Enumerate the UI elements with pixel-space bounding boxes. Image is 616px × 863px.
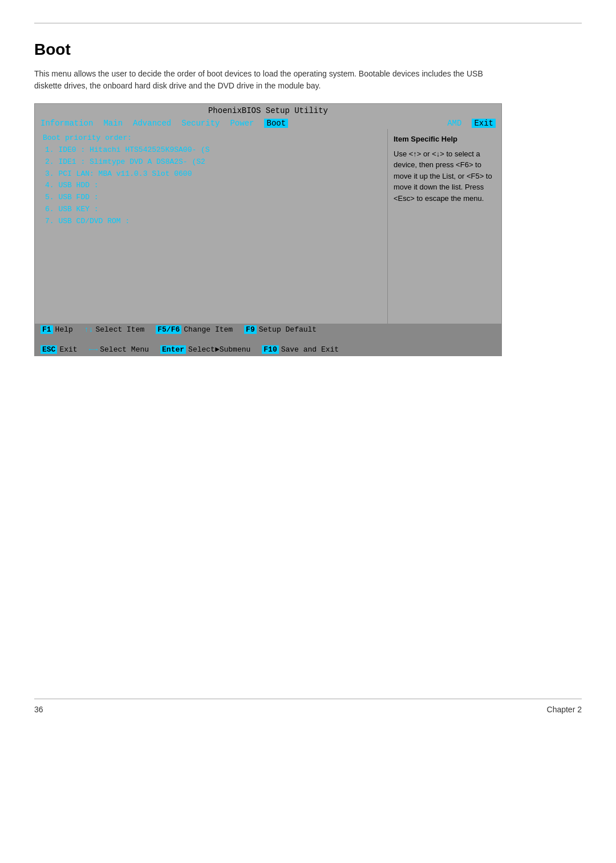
footer-esc: ESC Exit: [40, 345, 78, 354]
menu-boot[interactable]: Boot: [264, 119, 288, 128]
bios-help-panel: Item Specific Help Use <↑> or <↓> to sel…: [387, 129, 501, 324]
menu-security[interactable]: Security: [181, 119, 220, 128]
chapter-label: Chapter 2: [547, 705, 582, 714]
footer-select-item: ↑↓ Select Item: [84, 325, 144, 334]
footer-enter: Enter Select►Submenu: [160, 345, 250, 354]
bios-help-title: Item Specific Help: [394, 134, 496, 145]
menu-advanced[interactable]: Advanced: [133, 119, 171, 128]
bios-empty-space: [43, 228, 379, 319]
key-esc: ESC: [40, 345, 57, 354]
top-divider: [34, 23, 582, 23]
boot-item-5[interactable]: 5. USB FDD :: [43, 192, 379, 204]
bios-content: Boot priority order: 1. IDE0 : Hitachi H…: [35, 129, 501, 324]
key-f9: F9: [244, 325, 257, 334]
bios-help-content: Use <↑> or <↓> to select a device, then …: [394, 148, 496, 204]
bios-footer-row2: ESC Exit ←→ Select Menu Enter Select►Sub…: [40, 345, 496, 354]
bios-screen: PhoenixBIOS Setup Utility Information Ma…: [34, 103, 502, 356]
desc-save-exit: Save and Exit: [281, 345, 339, 354]
bios-main-panel: Boot priority order: 1. IDE0 : Hitachi H…: [35, 129, 387, 324]
key-arrows-ud: ↑↓: [84, 325, 94, 334]
menu-amd[interactable]: AMD: [447, 119, 461, 128]
bios-footer-row1: F1 Help ↑↓ Select Item F5/F6 Change Item…: [40, 325, 496, 334]
boot-item-2[interactable]: 2. IDE1 : Slimtype DVD A DS8A2S- (S2: [43, 156, 379, 168]
key-f1: F1: [40, 325, 53, 334]
desc-help: Help: [55, 325, 73, 334]
desc-exit: Exit: [59, 345, 77, 354]
key-f5f6: F5/F6: [156, 325, 181, 334]
boot-item-1[interactable]: 1. IDE0 : Hitachi HTS542525K9SA00- (S: [43, 144, 379, 156]
desc-change-item: Change Item: [184, 325, 233, 334]
bios-footer: F1 Help ↑↓ Select Item F5/F6 Change Item…: [35, 324, 501, 356]
key-arrows-lr: ←→: [89, 345, 98, 354]
footer-f5f6: F5/F6 Change Item: [156, 325, 233, 334]
page-description: This menu allows the user to decide the …: [34, 68, 502, 92]
menu-main[interactable]: Main: [103, 119, 123, 128]
desc-setup-default: Setup Default: [259, 325, 317, 334]
page-number: 36: [34, 705, 43, 714]
desc-select-item: Select Item: [95, 325, 144, 334]
bios-title: PhoenixBIOS Setup Utility: [208, 106, 328, 115]
desc-select-menu: Select Menu: [100, 345, 149, 354]
page-container: Boot This menu allows the user to decide…: [0, 0, 616, 743]
menu-power[interactable]: Power: [230, 119, 254, 128]
menu-exit[interactable]: Exit: [472, 119, 496, 128]
footer-f9: F9 Setup Default: [244, 325, 317, 334]
key-f10: F10: [262, 345, 278, 354]
boot-item-4[interactable]: 4. USB HDD :: [43, 180, 379, 192]
boot-item-6[interactable]: 6. USB KEY :: [43, 204, 379, 216]
footer-f10: F10 Save and Exit: [262, 345, 339, 354]
key-enter: Enter: [160, 345, 186, 354]
boot-item-7[interactable]: 7. USB CD/DVD ROM :: [43, 216, 379, 228]
bios-title-bar: PhoenixBIOS Setup Utility: [35, 104, 501, 118]
page-footer: 36 Chapter 2: [34, 699, 582, 720]
footer-f1: F1 Help: [40, 325, 73, 334]
menu-information[interactable]: Information: [40, 119, 93, 128]
boot-item-3[interactable]: 3. PCI LAN: MBA v11.0.3 Slot 0600: [43, 168, 379, 180]
desc-select-submenu: Select►Submenu: [188, 345, 250, 354]
footer-select-menu: ←→ Select Menu: [89, 345, 149, 354]
boot-priority-label: Boot priority order:: [43, 134, 379, 142]
bios-menu-bar: Information Main Advanced Security Power…: [35, 118, 501, 129]
page-title: Boot: [34, 41, 582, 59]
